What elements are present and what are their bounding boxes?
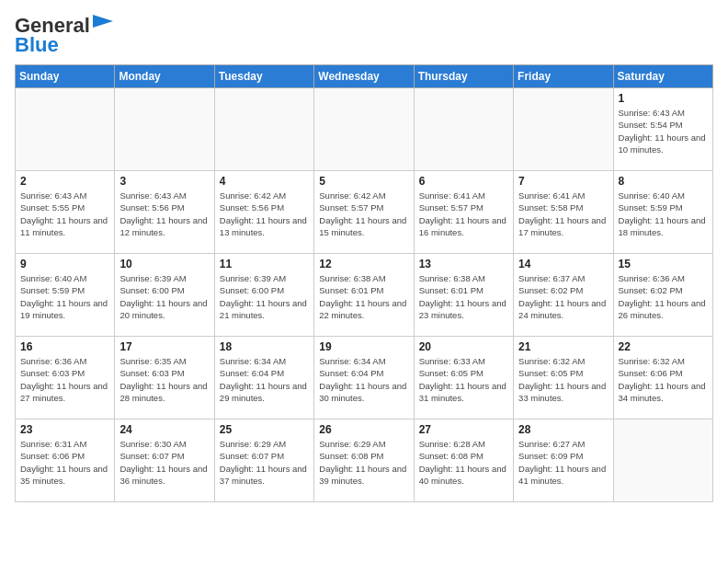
day-number: 10 <box>119 258 209 270</box>
calendar-cell <box>514 88 613 171</box>
calendar-cell: 8Sunrise: 6:40 AM Sunset: 5:59 PM Daylig… <box>613 171 712 254</box>
day-number: 24 <box>119 423 209 436</box>
day-info: Sunrise: 6:40 AM Sunset: 5:59 PM Dayligh… <box>619 190 708 238</box>
calendar-cell: 9Sunrise: 6:40 AM Sunset: 5:59 PM Daylig… <box>16 254 115 337</box>
weekday-header-wednesday: Wednesday <box>314 65 414 88</box>
calendar-cell <box>414 88 513 171</box>
day-number: 3 <box>119 175 209 188</box>
day-number: 18 <box>220 340 309 353</box>
day-number: 17 <box>119 340 209 353</box>
day-number: 11 <box>220 258 309 270</box>
day-info: Sunrise: 6:39 AM Sunset: 6:00 PM Dayligh… <box>119 272 209 321</box>
day-info: Sunrise: 6:39 AM Sunset: 6:00 PM Dayligh… <box>220 272 309 321</box>
day-number: 16 <box>20 340 109 353</box>
day-info: Sunrise: 6:43 AM Sunset: 5:55 PM Dayligh… <box>20 190 109 238</box>
page-header: General Blue <box>15 15 713 57</box>
day-info: Sunrise: 6:41 AM Sunset: 5:57 PM Dayligh… <box>419 190 508 238</box>
calendar-cell <box>314 88 414 171</box>
day-number: 5 <box>319 175 408 188</box>
day-number: 14 <box>518 258 608 270</box>
day-number: 28 <box>518 423 608 436</box>
day-number: 20 <box>419 340 508 353</box>
day-info: Sunrise: 6:32 AM Sunset: 6:06 PM Dayligh… <box>619 355 708 404</box>
day-info: Sunrise: 6:36 AM Sunset: 6:02 PM Dayligh… <box>619 272 708 321</box>
day-info: Sunrise: 6:31 AM Sunset: 6:06 PM Dayligh… <box>20 438 109 487</box>
calendar-cell: 25Sunrise: 6:29 AM Sunset: 6:07 PM Dayli… <box>214 419 313 502</box>
logo-blue-text: Blue <box>15 33 59 56</box>
day-info: Sunrise: 6:37 AM Sunset: 6:02 PM Dayligh… <box>518 272 608 321</box>
day-number: 21 <box>518 340 608 353</box>
weekday-header-thursday: Thursday <box>414 65 513 88</box>
day-info: Sunrise: 6:28 AM Sunset: 6:08 PM Dayligh… <box>419 438 508 487</box>
day-info: Sunrise: 6:43 AM Sunset: 5:54 PM Dayligh… <box>619 107 708 155</box>
logo: General Blue <box>15 15 113 57</box>
calendar-cell: 17Sunrise: 6:35 AM Sunset: 6:03 PM Dayli… <box>115 337 214 419</box>
calendar-cell <box>16 88 115 171</box>
day-info: Sunrise: 6:30 AM Sunset: 6:07 PM Dayligh… <box>119 438 209 487</box>
calendar-cell: 13Sunrise: 6:38 AM Sunset: 6:01 PM Dayli… <box>414 254 513 337</box>
calendar-cell: 1Sunrise: 6:43 AM Sunset: 5:54 PM Daylig… <box>613 88 712 171</box>
day-number: 22 <box>619 340 708 353</box>
day-number: 23 <box>20 423 109 436</box>
calendar-cell: 20Sunrise: 6:33 AM Sunset: 6:05 PM Dayli… <box>414 337 513 419</box>
weekday-header-friday: Friday <box>514 65 613 88</box>
day-number: 15 <box>619 258 708 270</box>
calendar-cell: 2Sunrise: 6:43 AM Sunset: 5:55 PM Daylig… <box>16 171 115 254</box>
day-number: 19 <box>319 340 408 353</box>
calendar-cell: 3Sunrise: 6:43 AM Sunset: 5:56 PM Daylig… <box>115 171 214 254</box>
day-info: Sunrise: 6:27 AM Sunset: 6:09 PM Dayligh… <box>518 438 608 487</box>
calendar-cell: 19Sunrise: 6:34 AM Sunset: 6:04 PM Dayli… <box>314 337 414 419</box>
calendar-cell: 18Sunrise: 6:34 AM Sunset: 6:04 PM Dayli… <box>214 337 313 419</box>
day-info: Sunrise: 6:33 AM Sunset: 6:05 PM Dayligh… <box>419 355 508 404</box>
calendar-cell: 12Sunrise: 6:38 AM Sunset: 6:01 PM Dayli… <box>314 254 414 337</box>
calendar-cell: 24Sunrise: 6:30 AM Sunset: 6:07 PM Dayli… <box>115 419 214 502</box>
day-info: Sunrise: 6:43 AM Sunset: 5:56 PM Dayligh… <box>119 190 209 238</box>
calendar-cell: 10Sunrise: 6:39 AM Sunset: 6:00 PM Dayli… <box>115 254 214 337</box>
weekday-header-tuesday: Tuesday <box>214 65 313 88</box>
day-number: 9 <box>20 258 109 270</box>
day-number: 1 <box>619 92 708 105</box>
calendar-cell: 16Sunrise: 6:36 AM Sunset: 6:03 PM Dayli… <box>16 337 115 419</box>
calendar-cell: 6Sunrise: 6:41 AM Sunset: 5:57 PM Daylig… <box>414 171 513 254</box>
weekday-header-monday: Monday <box>115 65 214 88</box>
day-info: Sunrise: 6:38 AM Sunset: 6:01 PM Dayligh… <box>319 272 408 321</box>
day-number: 26 <box>319 423 408 436</box>
svg-marker-0 <box>93 15 113 28</box>
day-number: 8 <box>619 175 708 188</box>
calendar-cell <box>115 88 214 171</box>
day-info: Sunrise: 6:42 AM Sunset: 5:57 PM Dayligh… <box>319 190 408 238</box>
calendar-cell <box>613 419 712 502</box>
weekday-header-saturday: Saturday <box>613 65 712 88</box>
calendar-cell: 7Sunrise: 6:41 AM Sunset: 5:58 PM Daylig… <box>514 171 613 254</box>
day-info: Sunrise: 6:32 AM Sunset: 6:05 PM Dayligh… <box>518 355 608 404</box>
calendar-cell: 26Sunrise: 6:29 AM Sunset: 6:08 PM Dayli… <box>314 419 414 502</box>
day-number: 2 <box>20 175 109 188</box>
day-info: Sunrise: 6:40 AM Sunset: 5:59 PM Dayligh… <box>20 272 109 321</box>
calendar-cell: 15Sunrise: 6:36 AM Sunset: 6:02 PM Dayli… <box>613 254 712 337</box>
day-number: 25 <box>220 423 309 436</box>
day-info: Sunrise: 6:34 AM Sunset: 6:04 PM Dayligh… <box>319 355 408 404</box>
calendar-cell: 14Sunrise: 6:37 AM Sunset: 6:02 PM Dayli… <box>514 254 613 337</box>
calendar-cell: 28Sunrise: 6:27 AM Sunset: 6:09 PM Dayli… <box>514 419 613 502</box>
calendar-cell: 11Sunrise: 6:39 AM Sunset: 6:00 PM Dayli… <box>214 254 313 337</box>
calendar-cell: 21Sunrise: 6:32 AM Sunset: 6:05 PM Dayli… <box>514 337 613 419</box>
day-info: Sunrise: 6:36 AM Sunset: 6:03 PM Dayligh… <box>20 355 109 404</box>
calendar-cell: 27Sunrise: 6:28 AM Sunset: 6:08 PM Dayli… <box>414 419 513 502</box>
day-number: 27 <box>419 423 508 436</box>
day-info: Sunrise: 6:29 AM Sunset: 6:07 PM Dayligh… <box>220 438 309 487</box>
day-number: 6 <box>419 175 508 188</box>
day-info: Sunrise: 6:29 AM Sunset: 6:08 PM Dayligh… <box>319 438 408 487</box>
day-info: Sunrise: 6:34 AM Sunset: 6:04 PM Dayligh… <box>220 355 309 404</box>
calendar-cell <box>214 88 313 171</box>
calendar-cell: 4Sunrise: 6:42 AM Sunset: 5:56 PM Daylig… <box>214 171 313 254</box>
day-info: Sunrise: 6:42 AM Sunset: 5:56 PM Dayligh… <box>220 190 309 238</box>
day-number: 13 <box>419 258 508 270</box>
day-number: 12 <box>319 258 408 270</box>
day-number: 4 <box>220 175 309 188</box>
calendar-cell: 5Sunrise: 6:42 AM Sunset: 5:57 PM Daylig… <box>314 171 414 254</box>
calendar-cell: 22Sunrise: 6:32 AM Sunset: 6:06 PM Dayli… <box>613 337 712 419</box>
weekday-header-sunday: Sunday <box>16 65 115 88</box>
calendar-table: SundayMondayTuesdayWednesdayThursdayFrid… <box>15 64 713 502</box>
calendar-cell: 23Sunrise: 6:31 AM Sunset: 6:06 PM Dayli… <box>16 419 115 502</box>
day-info: Sunrise: 6:35 AM Sunset: 6:03 PM Dayligh… <box>119 355 209 404</box>
